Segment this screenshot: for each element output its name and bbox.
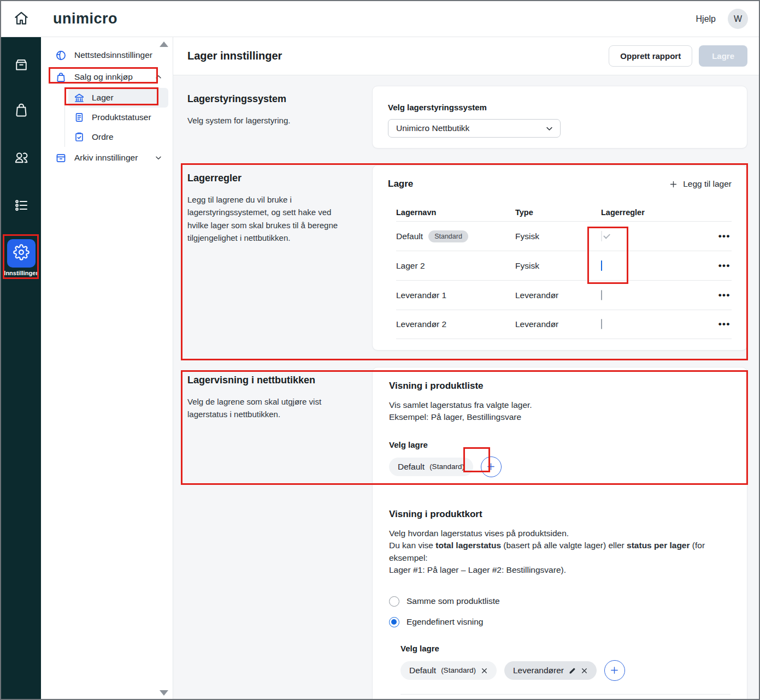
table-row: Lager 2 Fysisk ••• xyxy=(396,251,732,280)
rule-checkbox[interactable] xyxy=(601,290,602,300)
chip-sublabel: (Standard) xyxy=(441,666,476,674)
shopping-bag-icon[interactable] xyxy=(13,102,30,118)
sidebar-item-produktstatuser[interactable]: Produktstatuser xyxy=(68,108,168,127)
radio-label: Samme som produktliste xyxy=(406,596,500,606)
users-icon[interactable] xyxy=(13,149,30,165)
settings-nav: Innstillinger xyxy=(1,239,41,276)
close-icon[interactable] xyxy=(581,667,588,674)
sidebar-item-label: Salg og innkjøp xyxy=(74,72,133,82)
store-type: Fysisk xyxy=(515,261,601,271)
footer-links: Legg til ny samling Omorganiser visninge… xyxy=(400,694,730,700)
radio-same-as-productlist[interactable]: Samme som produktliste xyxy=(389,596,730,607)
stores-card: Lagre Legg til lager Lagernavn Type Lage… xyxy=(372,165,747,351)
system-select[interactable]: Unimicro Nettbutikk xyxy=(388,119,561,138)
warehouse-icon xyxy=(74,92,85,103)
col-type: Type xyxy=(515,208,601,217)
chip-label: Default xyxy=(409,666,436,675)
settings-button[interactable] xyxy=(7,239,36,268)
plus-icon xyxy=(610,666,619,675)
sidebar-item-lager[interactable]: Lager xyxy=(68,88,168,108)
radio-label: Egendefinert visning xyxy=(406,617,483,627)
rule-checkbox[interactable] xyxy=(601,231,602,241)
add-store-plus-button[interactable] xyxy=(481,456,502,477)
archive-icon xyxy=(55,152,67,164)
row-menu-button[interactable]: ••• xyxy=(718,260,732,271)
sidebar-item-arkiv-innstillinger[interactable]: Arkiv innstillinger xyxy=(49,147,168,169)
select-value: Unimicro Nettbutikk xyxy=(396,123,469,133)
scroll-up-arrow[interactable] xyxy=(160,41,168,47)
section-lagerstyringssystem: Lagerstyringssystem Velg system for lage… xyxy=(187,86,747,149)
radio-icon xyxy=(389,617,399,627)
productlist-title: Visning i produktliste xyxy=(389,381,730,391)
sidebar-item-label: Lager xyxy=(92,93,114,103)
archive-box-icon[interactable] xyxy=(13,56,30,73)
add-store-button[interactable]: Legg til lager xyxy=(669,179,732,189)
app-window: unimicro Hjelp W Innstillinger xyxy=(0,0,760,700)
row-menu-button[interactable]: ••• xyxy=(718,290,732,301)
velg-lagre-label: Velg lagre xyxy=(389,440,730,449)
row-menu-button[interactable]: ••• xyxy=(718,231,732,242)
home-icon xyxy=(13,9,30,29)
store-name: Leverandør 2 xyxy=(396,319,446,329)
main-area: Lager innstillinger Opprett rapport Lagr… xyxy=(173,37,760,700)
sidebar-item-ordre[interactable]: Ordre xyxy=(68,127,168,147)
productcard-line1: Velg hvordan lagerstatus vises på produk… xyxy=(389,527,730,539)
radio-custom-view[interactable]: Egendefinert visning xyxy=(389,617,730,627)
store-type: Leverandør xyxy=(515,319,601,329)
left-rail: Innstillinger xyxy=(1,37,41,700)
section-title: Lagerregler xyxy=(187,173,350,184)
section-title: Lagerstyringssystem xyxy=(187,93,350,105)
stores-table: Lagernavn Type Lagerregler Default Stand… xyxy=(388,204,732,339)
rule-checkbox[interactable] xyxy=(601,260,602,271)
productcard-title: Visning i produktkort xyxy=(389,509,730,520)
section-desc: Velg de lagrene som skal utgjøre vist la… xyxy=(187,395,350,421)
table-row: Leverandør 2 Leverandør ••• xyxy=(396,310,732,339)
store-type: Fysisk xyxy=(515,232,601,241)
plus-icon xyxy=(486,462,496,471)
sidebar-item-label: Nettstedsinnstillinger xyxy=(74,50,152,60)
row-menu-button[interactable]: ••• xyxy=(718,319,732,330)
table-row: Leverandør 1 Leverandør ••• xyxy=(396,280,732,310)
create-report-button[interactable]: Opprett rapport xyxy=(609,45,692,67)
help-link[interactable]: Hjelp xyxy=(696,14,716,24)
avatar[interactable]: W xyxy=(728,9,748,29)
col-lagernavn: Lagernavn xyxy=(396,208,515,217)
chip-leverandorer[interactable]: Leverandører xyxy=(504,661,597,680)
home-button[interactable] xyxy=(1,9,41,29)
settings-label: Innstillinger xyxy=(4,270,38,276)
chip-sublabel: (Standard) xyxy=(429,462,464,471)
settings-subnav: Nettstedsinnstillinger Salg og innkjøp L… xyxy=(41,37,173,700)
card-title: Lagre xyxy=(388,179,413,189)
sidebar-item-salg-og-innkjop[interactable]: Salg og innkjøp xyxy=(49,66,168,88)
chip-default-removable[interactable]: Default (Standard) xyxy=(400,661,497,680)
order-lines-icon[interactable] xyxy=(13,197,30,213)
table-row: Default Standard Fysisk ••• xyxy=(396,221,732,251)
sidebar-item-nettstedsinnstillinger[interactable]: Nettstedsinnstillinger xyxy=(49,44,168,66)
table-header: Lagernavn Type Lagerregler xyxy=(396,204,732,221)
sidebar-item-label: Arkiv innstillinger xyxy=(74,153,138,163)
chevron-down-icon xyxy=(154,153,163,162)
edit-pencil-icon[interactable] xyxy=(569,667,576,674)
close-icon[interactable] xyxy=(481,667,488,674)
scroll-down-arrow[interactable] xyxy=(160,690,168,696)
globe-icon xyxy=(55,50,67,61)
section-lagerregler: Lagerregler Legg til lagrene du vil bruk… xyxy=(187,165,747,351)
add-store-plus-button-2[interactable] xyxy=(604,660,625,681)
section-desc: Velg system for lagerstyring. xyxy=(187,114,350,127)
chip-label: Leverandører xyxy=(513,666,564,675)
topbar: unimicro Hjelp W xyxy=(1,1,759,37)
velg-lagre-label: Velg lagre xyxy=(400,644,730,653)
productlist-line2: Eksempel: På lager, Bestillingsvare xyxy=(389,411,730,423)
save-button[interactable]: Lagre xyxy=(699,45,747,67)
main-header: Lager innstillinger Opprett rapport Lagr… xyxy=(173,37,760,75)
section-lagervisning: Lagervisning i nettbutikken Velg de lagr… xyxy=(187,367,747,700)
bag-icon xyxy=(55,72,67,83)
radio-icon xyxy=(389,596,399,607)
productlist-line1: Vis samlet lagerstatus fra valgte lager. xyxy=(389,399,730,411)
chip-default[interactable]: Default (Standard) xyxy=(389,458,473,476)
store-name: Leverandør 1 xyxy=(396,290,446,300)
section-title: Lagervisning i nettbutikken xyxy=(187,375,350,386)
rule-checkbox[interactable] xyxy=(601,319,602,329)
sidebar-item-label: Ordre xyxy=(92,132,114,142)
chevron-up-icon xyxy=(154,73,163,81)
